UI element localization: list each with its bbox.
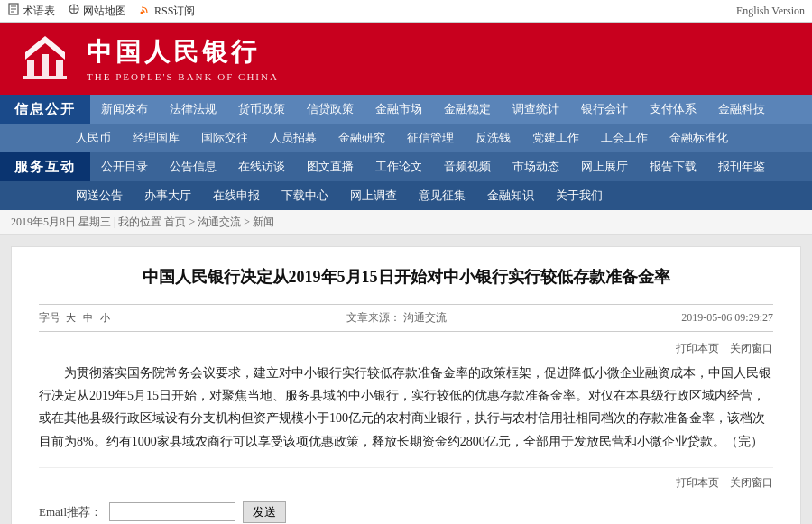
bank-name-en: THE PEOPLE'S BANK OF CHINA [87,71,279,82]
nav-recruit[interactable]: 人员招募 [259,124,328,152]
source-value: 沟通交流 [403,311,447,324]
close-top-link[interactable]: 关闭窗口 [730,341,773,356]
send-button[interactable]: 发送 [243,501,286,523]
nav-items-row1: 新闻发布 法律法规 货币政策 信贷政策 金融市场 金融稳定 调查统计 银行会计 … [90,95,812,124]
glossary-label: 术语表 [23,4,55,19]
svg-rect-12 [23,76,67,79]
nav-catalog[interactable]: 公开目录 [90,152,159,181]
nav-opinion[interactable]: 意见征集 [408,181,476,210]
nav-netnotice[interactable]: 网送公告 [65,181,134,210]
svg-rect-10 [42,54,49,76]
sitemap-link[interactable]: 网站地图 [68,3,126,19]
article-meta: 字号 大 中 小 文章来源： 沟通交流 2019-05-06 09:29:27 [39,304,773,332]
nav-label-info[interactable]: 信息公开 [0,95,90,124]
nav-payment[interactable]: 支付体系 [639,95,707,124]
bank-name-cn: 中国人民银行 [87,35,279,69]
nav-audio[interactable]: 音频视频 [433,152,502,181]
font-medium-btn[interactable]: 中 [81,311,95,325]
nav-download[interactable]: 下载中心 [271,181,339,210]
nav-finmarket[interactable]: 金融市场 [364,95,433,124]
nav-bankacct[interactable]: 银行会计 [570,95,639,124]
nav-online-apply[interactable]: 在线申报 [202,181,271,210]
nav-items-row3: 公开目录 公告信息 在线访谈 图文直播 工作论文 音频视频 市场动态 网上展厅 … [90,152,812,181]
nav-union[interactable]: 工会工作 [590,124,659,152]
nav-online-survey[interactable]: 网上调查 [339,181,408,210]
article-date: 2019-05-06 09:29:27 [681,311,773,325]
nav-row-3: 服务互动 公开目录 公告信息 在线访谈 图文直播 工作论文 音频视频 市场动态 … [0,152,812,181]
article-title: 中国人民银行决定从2019年5月15日开始对中小银行实行较低存款准备金率 [39,265,773,290]
nav-party[interactable]: 党建工作 [521,124,590,152]
nav-report[interactable]: 报告下载 [639,152,707,181]
email-row: Email推荐： 发送 [39,501,773,523]
nav-items-row4: 网送公告 办事大厅 在线申报 下载中心 网上调查 意见征集 金融知识 关于我们 [65,181,812,210]
font-large-btn[interactable]: 大 [64,311,78,325]
map-icon [68,3,80,19]
article-source: 文章来源： 沟通交流 [346,310,447,326]
nav-label-service[interactable]: 服务互动 [0,152,90,181]
nav-finknowledge[interactable]: 金融知识 [476,181,545,210]
nav-about[interactable]: 关于我们 [545,181,614,210]
font-small-btn[interactable]: 小 [98,311,112,325]
print-bottom-link[interactable]: 打印本页 [676,475,719,491]
document-icon [7,3,20,19]
breadcrumb: 2019年5月8日 星期三 | 我的位置 首页 > 沟通交流 > 新闻 [0,210,812,235]
rss-icon [139,3,152,19]
nav-items-row2: 人民币 经理国库 国际交往 人员招募 金融研究 征信管理 反洗钱 党建工作 工会… [65,124,812,152]
top-bar: 术语表 网站地图 RSS订阅 English Version [0,0,812,23]
nav-row-4: 网送公告 办事大厅 在线申报 下载中心 网上调查 意见征集 金融知识 关于我们 [0,181,812,210]
main-wrapper: 中国人民银行决定从2019年5月15日开始对中小银行实行较低存款准备金率 字号 … [0,235,812,524]
nav-finstandard[interactable]: 金融标准化 [659,124,739,152]
english-version-link[interactable]: English Version [736,5,805,18]
nav-anti-money[interactable]: 反洗钱 [465,124,521,152]
nav-monetary[interactable]: 货币政策 [227,95,296,124]
nav-periodical[interactable]: 报刊年鉴 [707,152,776,181]
nav-survey[interactable]: 调查统计 [502,95,570,124]
sitemap-label: 网站地图 [83,4,126,19]
logo-area [18,34,72,84]
glossary-link[interactable]: 术语表 [7,3,55,19]
print-top-link[interactable]: 打印本页 [676,341,719,356]
header-titles: 中国人民银行 THE PEOPLE'S BANK OF CHINA [87,35,279,82]
nav-paper[interactable]: 工作论文 [364,152,433,181]
header: 中国人民银行 THE PEOPLE'S BANK OF CHINA [0,23,812,95]
nav-credit-mgmt[interactable]: 征信管理 [396,124,465,152]
nav-exhibition[interactable]: 网上展厅 [570,152,639,181]
article-actions-bottom: 打印本页 关闭窗口 [39,467,773,491]
nav-intl[interactable]: 国际交往 [190,124,259,152]
bank-emblem [18,34,72,84]
nav-market[interactable]: 市场动态 [502,152,570,181]
svg-rect-11 [56,60,63,76]
nav-news[interactable]: 新闻发布 [90,95,159,124]
nav-row-1: 信息公开 新闻发布 法律法规 货币政策 信贷政策 金融市场 金融稳定 调查统计 … [0,95,812,124]
svg-rect-9 [27,60,34,76]
nav-finstab[interactable]: 金融稳定 [433,95,502,124]
navigation: 信息公开 新闻发布 法律法规 货币政策 信贷政策 金融市场 金融稳定 调查统计 … [0,95,812,210]
nav-treasury[interactable]: 经理国库 [122,124,190,152]
nav-research[interactable]: 金融研究 [328,124,396,152]
article-actions-top: 打印本页 关闭窗口 [39,341,773,356]
nav-row-2: 人民币 经理国库 国际交往 人员招募 金融研究 征信管理 反洗钱 党建工作 工会… [0,124,812,152]
font-label: 字号 [39,310,60,326]
content-box: 中国人民银行决定从2019年5月15日开始对中小银行实行较低存款准备金率 字号 … [11,246,801,524]
nav-broadcast[interactable]: 图文直播 [296,152,364,181]
rss-link[interactable]: RSS订阅 [139,3,195,19]
svg-point-7 [141,12,143,14]
nav-credit[interactable]: 信贷政策 [296,95,364,124]
nav-interview[interactable]: 在线访谈 [227,152,296,181]
nav-fintech[interactable]: 金融科技 [707,95,776,124]
source-label: 文章来源： [346,311,401,324]
rss-label: RSS订阅 [154,4,195,19]
email-label: Email推荐： [39,504,102,520]
nav-rmb[interactable]: 人民币 [65,124,122,152]
email-input[interactable] [109,502,235,521]
close-bottom-link[interactable]: 关闭窗口 [730,475,773,491]
nav-notice[interactable]: 公告信息 [159,152,227,181]
nav-legal[interactable]: 法律法规 [159,95,227,124]
font-size-control: 字号 大 中 小 [39,310,112,326]
article-body: 为贯彻落实国务院常务会议要求，建立对中小银行实行较低存款准备金率的政策框架，促进… [39,362,773,453]
nav-hall[interactable]: 办事大厅 [134,181,202,210]
